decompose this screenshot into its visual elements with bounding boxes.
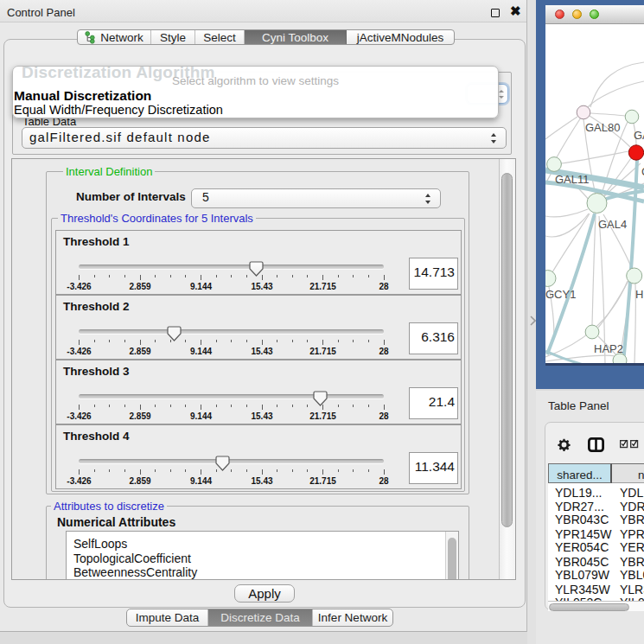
svg-text:HAP2: HAP2 [594,342,623,355]
svg-text:GAL80: GAL80 [585,121,620,134]
svg-text:GAL4: GAL4 [598,218,627,231]
svg-text:GAL11: GAL11 [555,173,590,186]
svg-text:GCY1: GCY1 [545,288,576,301]
svg-text:HIS: HIS [635,288,644,301]
svg-text:GAL3: GAL3 [634,129,644,142]
